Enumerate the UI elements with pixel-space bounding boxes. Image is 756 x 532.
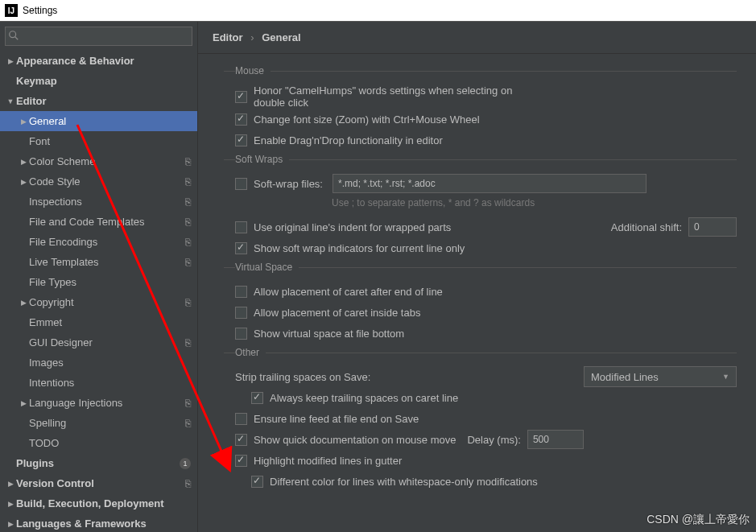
dnd-checkbox[interactable] [235, 134, 247, 146]
sidebar-item-live-templates[interactable]: Live Templates⎘ [0, 252, 197, 272]
sidebar-item-label: Copyright [29, 296, 185, 308]
orig-indent-checkbox[interactable] [235, 221, 247, 233]
zoom-label: Change font size (Zoom) with Ctrl+Mouse … [254, 113, 480, 126]
sidebar-item-build-execution-deployment[interactable]: ▶Build, Execution, Deployment [0, 493, 197, 513]
mouse-section: Mouse Honor "CamelHumps" words settings … [224, 65, 737, 154]
show-indicators-label: Show soft wrap indicators for current li… [254, 242, 465, 254]
orig-indent-label: Use original line's indent for wrapped p… [254, 221, 451, 233]
sidebar-item-label: Keymap [16, 75, 191, 87]
softwraps-section: Soft Wraps Soft-wrap files: Use ; to sep… [224, 154, 737, 262]
ensure-lf-checkbox[interactable] [235, 413, 247, 425]
sidebar-item-color-scheme[interactable]: ▶Color Scheme⎘ [0, 151, 197, 171]
sidebar-item-languages-frameworks[interactable]: ▶Languages & Frameworks [0, 513, 197, 532]
zoom-checkbox[interactable] [235, 113, 247, 126]
scope-icon: ⎘ [185, 297, 191, 308]
sidebar-item-inspections[interactable]: Inspections⎘ [0, 192, 197, 212]
sidebar-item-label: Live Templates [29, 256, 185, 268]
tree-arrow-icon: ▶ [5, 57, 16, 65]
sidebar-item-label: Emmet [29, 316, 191, 328]
softwrap-helper: Use ; to separate patterns, * and ? as w… [235, 197, 737, 208]
sidebar-item-copyright[interactable]: ▶Copyright⎘ [0, 292, 197, 312]
highlight-gutter-checkbox[interactable] [235, 455, 247, 467]
add-shift-label: Additional shift: [611, 221, 682, 233]
sidebar-item-editor[interactable]: ▼Editor [0, 91, 197, 111]
scope-icon: ⎘ [185, 217, 191, 228]
window-title: Settings [23, 5, 57, 16]
softwrap-label: Soft-wrap files: [254, 178, 323, 190]
notification-badge: 1 [180, 458, 191, 469]
sidebar-item-font[interactable]: Font [0, 131, 197, 151]
quick-doc-label: Show quick documentation on mouse move [254, 434, 456, 446]
sidebar-item-label: Inspections [29, 196, 185, 208]
tree-arrow-icon: ▶ [18, 399, 29, 407]
quick-doc-checkbox[interactable] [235, 434, 247, 446]
diff-color-label: Different color for lines with whitespac… [270, 476, 538, 488]
sidebar-item-images[interactable]: Images [0, 353, 197, 373]
titlebar: IJ Settings [0, 0, 756, 22]
tree-arrow-icon: ▶ [5, 480, 16, 488]
sidebar-item-label: Plugins [16, 457, 180, 469]
sidebar-item-label: Color Scheme [29, 155, 185, 167]
breadcrumb-b: General [262, 31, 300, 43]
virtualspace-legend: Virtual Space [235, 262, 299, 273]
sidebar-item-label: General [29, 115, 191, 127]
tree-arrow-icon: ▶ [18, 178, 29, 186]
sidebar-item-keymap[interactable]: Keymap [0, 71, 197, 91]
sidebar-item-label: Spelling [29, 417, 185, 429]
ensure-lf-label: Ensure line feed at file end on Save [254, 413, 419, 425]
softwrap-input[interactable] [333, 174, 647, 193]
sidebar-item-file-types[interactable]: File Types [0, 272, 197, 292]
sidebar-item-language-injections[interactable]: ▶Language Injections⎘ [0, 393, 197, 413]
sidebar-item-spelling[interactable]: Spelling⎘ [0, 413, 197, 433]
sidebar-item-code-style[interactable]: ▶Code Style⎘ [0, 171, 197, 192]
virtualspace-section: Virtual Space Allow placement of caret a… [224, 262, 737, 347]
scope-icon: ⎘ [185, 478, 191, 489]
tree-arrow-icon: ▶ [5, 520, 16, 528]
sidebar-item-label: Language Injections [29, 397, 185, 409]
sidebar-item-general[interactable]: ▶General [0, 111, 197, 131]
caret-tabs-checkbox[interactable] [235, 307, 247, 319]
add-shift-input[interactable] [688, 217, 737, 237]
other-section: Other Strip trailing spaces on Save: Mod… [224, 347, 737, 495]
sidebar-item-intentions[interactable]: Intentions [0, 373, 197, 393]
sidebar-item-label: Intentions [29, 377, 191, 389]
sidebar-item-todo[interactable]: TODO [0, 433, 197, 453]
strip-select[interactable]: Modified Lines ▼ [584, 366, 737, 387]
chevron-down-icon: ▼ [722, 373, 729, 381]
delay-input[interactable] [527, 430, 584, 449]
keep-trailing-checkbox[interactable] [251, 392, 263, 404]
scope-icon: ⎘ [185, 196, 191, 208]
softwraps-legend: Soft Wraps [235, 154, 289, 165]
sidebar-item-gui-designer[interactable]: GUI Designer⎘ [0, 332, 197, 353]
sidebar-item-label: Version Control [16, 477, 185, 489]
diff-color-checkbox[interactable] [251, 476, 263, 488]
svg-point-0 [10, 31, 16, 38]
sidebar-item-version-control[interactable]: ▶Version Control⎘ [0, 473, 197, 493]
softwrap-checkbox[interactable] [235, 178, 247, 190]
show-indicators-checkbox[interactable] [235, 242, 247, 254]
delay-label: Delay (ms): [467, 434, 520, 446]
sidebar-item-label: TODO [29, 437, 191, 449]
scope-icon: ⎘ [185, 156, 191, 167]
app-icon: IJ [5, 4, 18, 17]
search-input[interactable] [5, 27, 192, 46]
other-legend: Other [235, 347, 266, 358]
caret-tabs-label: Allow placement of caret inside tabs [254, 307, 420, 319]
tree-arrow-icon: ▶ [5, 500, 16, 508]
sidebar-item-label: Images [29, 357, 191, 369]
caret-eol-checkbox[interactable] [235, 286, 247, 298]
sidebar-item-appearance-behavior[interactable]: ▶Appearance & Behavior [0, 51, 197, 71]
scope-icon: ⎘ [185, 418, 191, 429]
mouse-legend: Mouse [235, 65, 271, 76]
sidebar-item-file-encodings[interactable]: File Encodings⎘ [0, 232, 197, 252]
sidebar-item-emmet[interactable]: Emmet [0, 312, 197, 332]
sidebar-item-file-and-code-templates[interactable]: File and Code Templates⎘ [0, 212, 197, 232]
strip-label: Strip trailing spaces on Save: [235, 371, 370, 383]
sidebar-item-plugins[interactable]: Plugins1 [0, 453, 197, 473]
keep-trailing-label: Always keep trailing spaces on caret lin… [270, 392, 458, 404]
vspace-bottom-checkbox[interactable] [235, 328, 247, 340]
honor-camelhump-label: Honor "CamelHumps" words settings when s… [254, 85, 543, 109]
sidebar: ▶Appearance & BehaviorKeymap▼Editor▶Gene… [0, 22, 198, 532]
svg-line-1 [15, 37, 19, 40]
honor-camelhump-checkbox[interactable] [235, 91, 247, 103]
